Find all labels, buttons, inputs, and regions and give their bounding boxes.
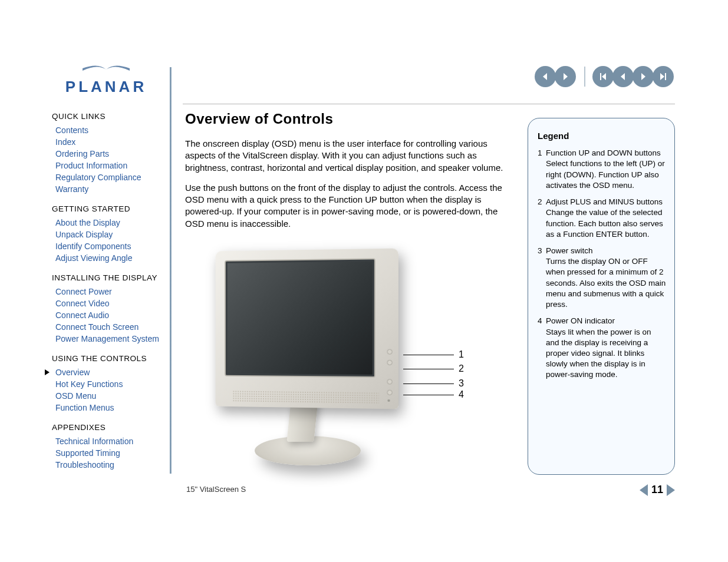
sidebar-link[interactable]: Warranty [52, 183, 164, 195]
sidebar-link[interactable]: Supported Timing [52, 447, 164, 459]
sidebar-link[interactable]: Adjust Viewing Angle [52, 252, 164, 264]
legend-title: Legend [538, 130, 666, 142]
front-button-1 [387, 349, 392, 354]
nav-first-button[interactable] [592, 66, 614, 87]
callout-line-1 [403, 355, 454, 355]
svg-marker-6 [660, 73, 664, 80]
sidebar-link[interactable]: Product Information [52, 160, 164, 171]
svg-marker-3 [602, 73, 606, 80]
main-content: Overview of Controls The onscreen displa… [185, 111, 513, 492]
callout-line-3 [403, 384, 454, 384]
legend-item-number: 2 [538, 197, 546, 240]
svg-marker-5 [641, 73, 645, 80]
sidebar-link[interactable]: About the Display [52, 217, 164, 229]
nav-button-bar [536, 66, 674, 87]
sidebar-link[interactable]: Connect Audio [52, 309, 164, 321]
sidebar-heading: APPENDIXES [52, 423, 164, 432]
svg-rect-2 [600, 73, 601, 80]
sidebar-link[interactable]: Contents [52, 124, 164, 136]
callout-line-4 [403, 395, 454, 395]
callout-number-2: 2 [459, 363, 464, 374]
callout-line-2 [403, 369, 454, 369]
legend-item: 2Adjust PLUS and MINUS buttons Change th… [538, 197, 666, 240]
sidebar-link[interactable]: Unpack Display [52, 229, 164, 240]
sidebar-link[interactable]: Index [52, 136, 164, 148]
monitor-figure: 1 2 3 4 [185, 245, 513, 492]
sidebar-link[interactable]: Power Management System [52, 333, 164, 345]
vertical-divider [170, 67, 172, 474]
intro-paragraph-2: Use the push buttons on the front of the… [185, 182, 513, 230]
sidebar-link[interactable]: Regulatory Compliance [52, 171, 164, 183]
legend-item-text: Power switchTurns the display ON or OFF … [546, 246, 666, 310]
callout-number-3: 3 [459, 378, 464, 389]
monitor-screen [226, 259, 374, 376]
callout-number-1: 1 [459, 349, 464, 360]
nav-prev-button[interactable] [612, 66, 634, 87]
legend-item-text: Adjust PLUS and MINUS buttons Change the… [546, 197, 666, 240]
sidebar-link[interactable]: Technical Information [52, 435, 164, 447]
sidebar: QUICK LINKSContentsIndexOrdering PartsPr… [52, 112, 164, 480]
monitor-bezel [216, 248, 398, 409]
legend-item: 4Power ON indicatorStays lit when the po… [538, 316, 666, 380]
front-button-4 [387, 389, 392, 395]
legend-panel: Legend 1Function UP and DOWN buttonsSele… [528, 118, 675, 475]
callout-number-4: 4 [459, 389, 464, 400]
legend-item-text: Power ON indicatorStays lit when the pow… [546, 316, 666, 380]
sidebar-link[interactable]: Hot Key Functions [52, 378, 164, 390]
front-button-2 [387, 360, 392, 365]
nav-separator [584, 67, 585, 87]
sidebar-link[interactable]: Troubleshooting [52, 459, 164, 471]
svg-rect-7 [665, 73, 666, 80]
sidebar-link[interactable]: Identify Components [52, 240, 164, 252]
page-next-button[interactable] [667, 484, 675, 496]
svg-marker-1 [564, 73, 568, 80]
legend-item: 3Power switchTurns the display ON or OFF… [538, 246, 666, 310]
nav-forward-button[interactable] [555, 66, 576, 87]
legend-item-text: Function UP and DOWN buttonsSelect funct… [546, 148, 666, 191]
nav-back-button[interactable] [535, 66, 556, 87]
sidebar-heading: USING THE CONTROLS [52, 354, 164, 363]
legend-item-number: 1 [538, 148, 546, 191]
nav-last-button[interactable] [653, 66, 674, 87]
sidebar-link[interactable]: Function Menus [52, 402, 164, 414]
legend-item: 1Function UP and DOWN buttonsSelect func… [538, 148, 666, 191]
legend-item-number: 3 [538, 246, 546, 310]
page-title: Overview of Controls [185, 111, 513, 127]
brand-name: PLANAR [56, 78, 156, 96]
intro-paragraph-1: The onscreen display (OSD) menu is the u… [185, 138, 513, 174]
brand-logo: PLANAR [56, 59, 156, 96]
power-led [387, 399, 390, 402]
sidebar-link[interactable]: Connect Power [52, 286, 164, 297]
svg-marker-4 [621, 73, 625, 80]
sidebar-link[interactable]: Connect Touch Screen [52, 321, 164, 333]
sidebar-link[interactable]: Ordering Parts [52, 148, 164, 160]
sidebar-heading: QUICK LINKS [52, 112, 164, 121]
page-prev-button[interactable] [640, 484, 648, 496]
sidebar-link[interactable]: OSD Menu [52, 390, 164, 402]
sidebar-heading: INSTALLING THE DISPLAY [52, 273, 164, 282]
logo-swoosh-icon [80, 59, 133, 77]
front-button-3 [387, 379, 392, 384]
header-rule [183, 104, 675, 104]
sidebar-link[interactable]: Connect Video [52, 297, 164, 309]
nav-next-button[interactable] [633, 66, 654, 87]
sidebar-link[interactable]: Overview [52, 366, 164, 378]
footer-product: 15" VitalScreen S [186, 485, 246, 494]
speaker-grille [232, 390, 379, 404]
svg-marker-0 [543, 73, 547, 80]
legend-item-number: 4 [538, 316, 546, 380]
sidebar-heading: GETTING STARTED [52, 204, 164, 213]
page-navigator: 11 [640, 484, 675, 496]
page-number: 11 [651, 484, 663, 496]
